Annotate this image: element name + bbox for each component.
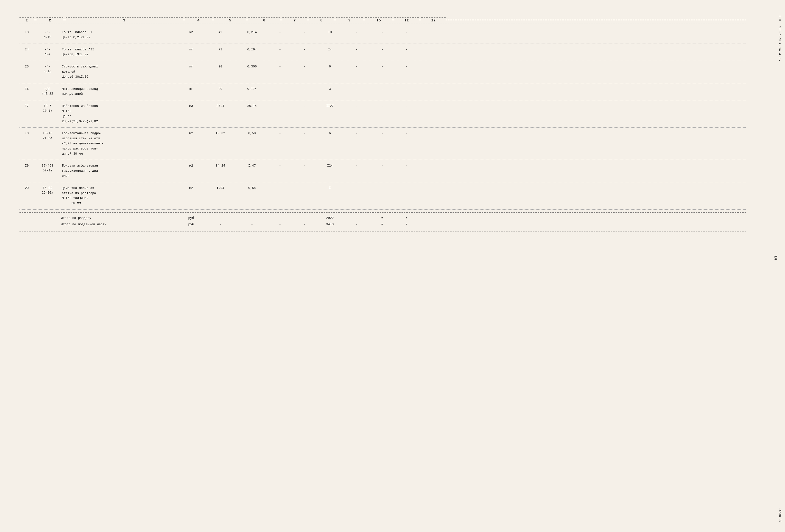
row-13-num: I3 <box>20 30 34 35</box>
row-18-unit: м2 <box>178 131 205 136</box>
row-15-desc: Стоимость закладныхдеталейЦена:0,30хI.02 <box>61 64 178 79</box>
row-18-col5: I0,32 <box>205 131 236 136</box>
row-16-col9: 3 <box>316 87 343 92</box>
row-17-desc: Набетонка из бетонаМ-I50Цена:28,2+(2I,9-… <box>61 104 178 124</box>
col-header-9: 9 <box>336 17 363 23</box>
row-20-col8: - <box>292 186 316 191</box>
row-17-col11: - <box>370 104 395 108</box>
row-13-col5: 49 <box>205 30 236 35</box>
row-13-col9: I0 <box>316 30 343 35</box>
row-20-col6: 0,54 <box>236 186 268 191</box>
row-18-num: I8 <box>20 131 34 136</box>
row-15-col8: - <box>292 64 316 69</box>
summary-sum-2: 34I3 <box>316 221 343 228</box>
row-18-col10: - <box>343 131 370 136</box>
row-15-col11: - <box>370 64 395 69</box>
table-row: I8 I3-I6 2I-6а Горизонтальная гидро-изол… <box>20 128 746 160</box>
col-header-2: 2 <box>36 17 63 23</box>
row-15-col6: 0,306 <box>236 64 268 69</box>
row-15-col5: 20 <box>205 64 236 69</box>
row-13-ref: -"- п.I0 <box>34 30 61 40</box>
table-row: I7 I2-7 20-Iк Набетонка из бетонаМ-I50Це… <box>20 100 746 128</box>
row-14-col9: I4 <box>316 47 343 52</box>
row-18-col8: - <box>292 131 316 136</box>
row-17-col6: 30,I4 <box>236 104 268 108</box>
row-16-col5: 20 <box>205 87 236 92</box>
row-16-unit: кг <box>178 87 205 92</box>
table-row: 20 I6-82 25-I0а Цементно-песчанаястяжка … <box>20 182 746 210</box>
col-header-11: II <box>395 17 419 23</box>
row-13-col11: - <box>370 30 395 35</box>
row-15-col9: 6 <box>316 64 343 69</box>
row-19-col12: - <box>395 163 419 168</box>
row-20-col7: - <box>268 186 292 191</box>
page: П.П. 705-1-164.84 А-ЛУ 14 15438-09 I 2 3… <box>0 0 785 532</box>
row-19-col6: I,47 <box>236 163 268 168</box>
row-16-col8: - <box>292 87 316 92</box>
row-14-col10: - <box>343 47 370 52</box>
row-19-col5: 84,24 <box>205 163 236 168</box>
row-16-desc: Металлизация заклад-ных деталей <box>61 87 178 97</box>
row-14-col5: 73 <box>205 47 236 52</box>
row-15-num: I5 <box>20 64 34 69</box>
row-17-col10: - <box>343 104 370 108</box>
row-14-col7: - <box>268 47 292 52</box>
row-14-num: I4 <box>20 47 34 52</box>
row-20-col12: - <box>395 186 419 191</box>
row-19-ref: 37-453 57-Iв <box>34 163 61 173</box>
row-13-desc: То же, класса BIЦена: С,2IхI.02 <box>61 30 178 40</box>
row-13-unit: кг <box>178 30 205 35</box>
row-16-col12: - <box>395 87 419 92</box>
row-20-col5: I,94 <box>205 186 236 191</box>
row-19-col10: - <box>343 163 370 168</box>
row-19-col9: I24 <box>316 163 343 168</box>
col-header-12: I2 <box>421 17 446 23</box>
row-13-col7: - <box>268 30 292 35</box>
page-label: 14 <box>773 255 778 260</box>
row-14-ref: -"- п.4 <box>34 47 61 57</box>
row-18-col11: - <box>370 131 395 136</box>
row-18-col12: - <box>395 131 419 136</box>
summary-sum-1: 2922 <box>316 215 343 221</box>
row-19-col8: - <box>292 163 316 168</box>
row-14-col12: - <box>395 47 419 52</box>
row-20-ref: I6-82 25-I0а <box>34 186 61 195</box>
row-14-col6: 0,I94 <box>236 47 268 52</box>
row-13-col8: - <box>292 30 316 35</box>
row-18-col7: - <box>268 131 292 136</box>
col-header-3: 3 <box>66 17 183 23</box>
summary-unit-1: руб <box>178 215 205 221</box>
row-17-col8: - <box>292 104 316 108</box>
summary-labels: Итого по разделу Итого по подземной част… <box>61 215 178 228</box>
row-19-desc: Боковая асфальтоваягидроизоляция в двасл… <box>61 163 178 178</box>
row-20-col10: - <box>343 186 370 191</box>
row-13-col6: 0,2I4 <box>236 30 268 35</box>
row-15-ref: -"- п.I6 <box>34 64 61 74</box>
table-row: I5 -"- п.I6 Стоимость закладныхдеталейЦе… <box>20 61 746 83</box>
table-row: I4 -"- п.4 То же, класса АIIЦена:0,I9хI.… <box>20 44 746 61</box>
table-row: I6 ЦСП тч1 22 Металлизация заклад-ных де… <box>20 83 746 101</box>
row-14-desc: То же, класса АIIЦена:0,I9хI.02 <box>61 47 178 57</box>
row-17-unit: м3 <box>178 104 205 108</box>
col-header-5: 5 <box>214 17 246 23</box>
row-17-col5: 37,4 <box>205 104 236 108</box>
col-header-7: 7 <box>282 17 307 23</box>
doc-label: П.П. 705-1-164.84 А-ЛУ <box>778 15 782 62</box>
row-19-num: I9 <box>20 163 34 168</box>
row-14-col8: - <box>292 47 316 52</box>
row-20-unit: м2 <box>178 186 205 191</box>
row-13-col10: - <box>343 30 370 35</box>
row-18-desc: Горизонтальная гидро-изоляция стен на от… <box>61 131 178 156</box>
row-16-ref: ЦСП тч1 22 <box>34 87 61 96</box>
row-16-num: I6 <box>20 87 34 92</box>
col-header-8: 8 <box>309 17 334 23</box>
row-13-col12: - <box>395 30 419 35</box>
row-20-col11: - <box>370 186 395 191</box>
summary-unit-2: руб <box>178 221 205 228</box>
itogo-razdelu: Итого по разделу <box>61 215 178 221</box>
table-row: I9 37-453 57-Iв Боковая асфальтоваягидро… <box>20 160 746 182</box>
table-row: I3 -"- п.I0 То же, класса BIЦена: С,2IхI… <box>20 27 746 44</box>
row-18-col6: 0,58 <box>236 131 268 136</box>
col-header-1: I <box>20 17 34 23</box>
row-15-col10: - <box>343 64 370 69</box>
